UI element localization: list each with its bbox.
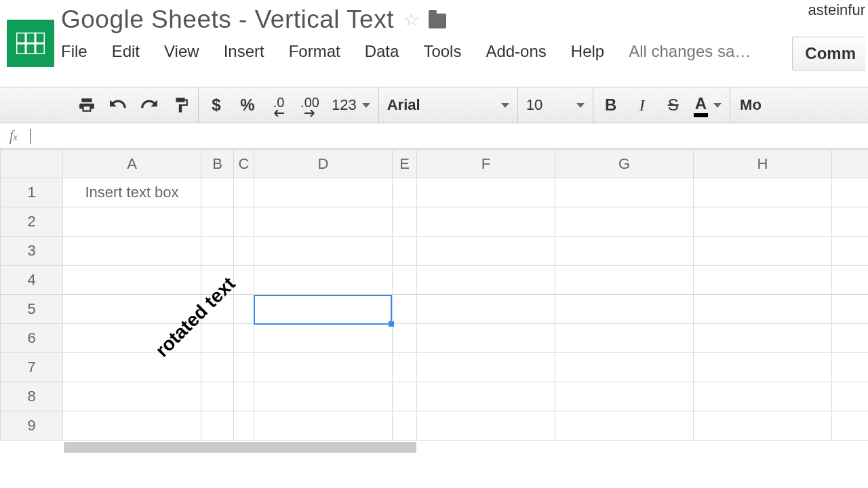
cell[interactable] bbox=[201, 237, 234, 266]
cell[interactable] bbox=[417, 266, 555, 295]
redo-icon[interactable] bbox=[140, 92, 159, 118]
cell[interactable] bbox=[694, 324, 832, 353]
cell[interactable] bbox=[417, 411, 555, 441]
col-header-I[interactable] bbox=[832, 150, 869, 178]
col-header-A[interactable]: A bbox=[63, 150, 201, 178]
cell[interactable] bbox=[63, 382, 201, 411]
cell[interactable] bbox=[201, 178, 234, 207]
cell[interactable] bbox=[417, 295, 555, 324]
star-icon[interactable]: ☆ bbox=[403, 9, 419, 30]
col-header-H[interactable]: H bbox=[694, 150, 832, 178]
cell[interactable] bbox=[393, 178, 417, 207]
cell[interactable] bbox=[234, 178, 254, 207]
cell[interactable] bbox=[555, 382, 694, 411]
cell[interactable] bbox=[393, 207, 417, 237]
cell[interactable] bbox=[201, 411, 234, 441]
cell[interactable] bbox=[555, 411, 694, 441]
text-color-button[interactable]: A bbox=[695, 92, 722, 118]
cell[interactable] bbox=[201, 353, 234, 382]
formula-bar[interactable]: fx bbox=[0, 123, 868, 149]
cell[interactable] bbox=[234, 207, 254, 237]
cell[interactable] bbox=[832, 411, 869, 441]
cell[interactable] bbox=[393, 295, 417, 324]
menu-tools[interactable]: Tools bbox=[423, 42, 461, 61]
cell[interactable] bbox=[234, 324, 254, 353]
cell[interactable] bbox=[234, 295, 254, 324]
cell[interactable] bbox=[694, 207, 832, 237]
cell[interactable] bbox=[393, 353, 417, 382]
cell[interactable] bbox=[832, 266, 869, 295]
cell[interactable] bbox=[201, 207, 234, 237]
row-header-6[interactable]: 6 bbox=[1, 324, 63, 353]
cell[interactable] bbox=[254, 237, 393, 266]
cell[interactable] bbox=[694, 178, 832, 207]
col-header-G[interactable]: G bbox=[555, 150, 694, 178]
cell[interactable] bbox=[417, 207, 555, 237]
col-header-B[interactable]: B bbox=[201, 150, 234, 178]
cell[interactable] bbox=[832, 324, 869, 353]
cell[interactable] bbox=[63, 266, 201, 295]
cell[interactable] bbox=[832, 178, 869, 207]
cell[interactable] bbox=[832, 237, 869, 266]
number-format-button[interactable]: 123 bbox=[332, 92, 370, 118]
cell[interactable] bbox=[417, 178, 555, 207]
bold-button[interactable]: B bbox=[601, 92, 620, 118]
row-header-9[interactable]: 9 bbox=[1, 411, 63, 441]
menu-help[interactable]: Help bbox=[571, 42, 604, 61]
menu-file[interactable]: File bbox=[61, 42, 87, 61]
menu-addons[interactable]: Add-ons bbox=[486, 42, 546, 61]
cell[interactable] bbox=[393, 266, 417, 295]
spreadsheet-grid[interactable]: A B C D E F G H 1 Insert text box 2 3 4 … bbox=[0, 149, 868, 441]
menu-format[interactable]: Format bbox=[289, 42, 340, 61]
paint-format-icon[interactable] bbox=[171, 92, 190, 118]
cell[interactable] bbox=[555, 237, 694, 266]
cell[interactable] bbox=[393, 237, 417, 266]
cell[interactable] bbox=[234, 382, 254, 411]
font-family-select[interactable]: Arial bbox=[387, 96, 509, 114]
cell[interactable] bbox=[694, 266, 832, 295]
cell[interactable] bbox=[63, 237, 201, 266]
row-header-8[interactable]: 8 bbox=[1, 382, 63, 411]
cell[interactable] bbox=[254, 207, 393, 237]
cell[interactable] bbox=[694, 237, 832, 266]
cell[interactable] bbox=[555, 266, 694, 295]
select-all-corner[interactable] bbox=[1, 150, 63, 178]
cell[interactable] bbox=[832, 382, 869, 411]
cell[interactable] bbox=[417, 382, 555, 411]
menu-insert[interactable]: Insert bbox=[224, 42, 264, 61]
increase-decimal-button[interactable]: .00 bbox=[300, 92, 319, 118]
cell[interactable] bbox=[832, 207, 869, 237]
cell[interactable] bbox=[555, 207, 694, 237]
percent-button[interactable]: % bbox=[238, 92, 257, 118]
horizontal-scrollbar-thumb[interactable] bbox=[64, 442, 416, 453]
cell[interactable] bbox=[832, 295, 869, 324]
toolbar-more[interactable]: Mo bbox=[730, 96, 764, 114]
row-header-7[interactable]: 7 bbox=[1, 353, 63, 382]
cell[interactable] bbox=[254, 353, 393, 382]
menu-view[interactable]: View bbox=[164, 42, 199, 61]
user-name[interactable]: asteinfur bbox=[792, 1, 865, 19]
cell[interactable] bbox=[694, 411, 832, 441]
cell[interactable] bbox=[63, 353, 201, 382]
cell[interactable] bbox=[63, 411, 201, 441]
decrease-decimal-button[interactable]: .0 bbox=[269, 92, 288, 118]
cell[interactable] bbox=[201, 324, 234, 353]
row-header-3[interactable]: 3 bbox=[1, 237, 63, 266]
cell[interactable] bbox=[832, 353, 869, 382]
cell[interactable] bbox=[417, 353, 555, 382]
strikethrough-button[interactable]: S bbox=[664, 92, 683, 118]
folder-icon[interactable] bbox=[429, 14, 446, 28]
cell[interactable] bbox=[254, 178, 393, 207]
cell-D5[interactable] bbox=[254, 295, 393, 324]
cell[interactable] bbox=[393, 324, 417, 353]
row-header-1[interactable]: 1 bbox=[1, 178, 63, 207]
sheets-app-icon[interactable] bbox=[7, 20, 54, 67]
print-icon[interactable] bbox=[77, 92, 96, 118]
comments-button[interactable]: Comm bbox=[792, 37, 865, 70]
row-header-2[interactable]: 2 bbox=[1, 207, 63, 237]
cell[interactable] bbox=[234, 353, 254, 382]
cell[interactable] bbox=[393, 411, 417, 441]
doc-title[interactable]: Google Sheets - Vertical Text bbox=[61, 5, 394, 34]
cell[interactable] bbox=[63, 207, 201, 237]
row-header-4[interactable]: 4 bbox=[1, 266, 63, 295]
